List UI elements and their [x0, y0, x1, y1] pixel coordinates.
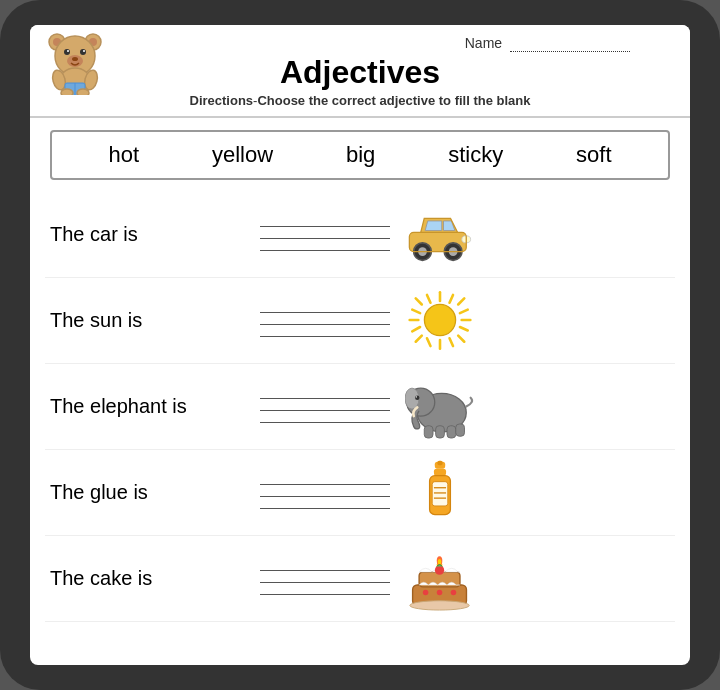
directions-text: Directions-Choose the correct adjective …: [50, 93, 670, 108]
svg-point-7: [67, 50, 69, 52]
elephant-icon: [400, 374, 480, 439]
svg-rect-51: [456, 424, 465, 436]
answer-line: [260, 231, 390, 239]
worksheet-container: Name Adjectives Directions-Choose the co…: [30, 25, 690, 665]
answer-line: [260, 391, 390, 399]
exercise-text-glue: The glue is: [50, 481, 250, 504]
svg-line-39: [450, 295, 453, 303]
svg-point-68: [451, 590, 457, 596]
answer-lines-sun[interactable]: [260, 305, 390, 337]
worksheet-header: Name Adjectives Directions-Choose the co…: [30, 25, 690, 118]
exercise-row-glue: The glue is: [45, 450, 675, 536]
svg-rect-54: [434, 469, 446, 476]
exercise-row-car: The car is: [45, 192, 675, 278]
word-soft: soft: [576, 142, 611, 168]
name-label: Name: [465, 35, 502, 51]
svg-point-16: [61, 89, 73, 95]
svg-point-67: [437, 590, 443, 596]
word-hot: hot: [108, 142, 139, 168]
car-icon: [400, 202, 480, 267]
svg-rect-56: [432, 482, 448, 506]
name-line: Name: [50, 35, 670, 52]
exercises-section: The car is: [30, 192, 690, 622]
answer-line: [260, 477, 390, 485]
answer-lines-cake[interactable]: [260, 563, 390, 595]
answer-line: [260, 305, 390, 313]
svg-point-10: [72, 57, 78, 61]
answer-line: [260, 403, 390, 411]
svg-point-47: [416, 396, 417, 397]
directions-detail: Choose the correct adjective to fill the…: [257, 93, 530, 108]
exercise-text-elephant: The elephant is: [50, 395, 250, 418]
glue-icon: [400, 460, 480, 525]
svg-line-33: [412, 310, 420, 313]
svg-point-69: [410, 601, 469, 610]
exercise-row-cake: The cake is: [45, 536, 675, 622]
svg-point-8: [83, 50, 85, 52]
answer-line: [260, 489, 390, 497]
svg-line-38: [450, 338, 453, 346]
svg-rect-48: [424, 426, 433, 438]
worksheet-title: Adjectives: [50, 54, 670, 91]
svg-line-35: [412, 327, 420, 331]
answer-line: [260, 501, 390, 509]
answer-lines-glue[interactable]: [260, 477, 390, 509]
svg-point-17: [77, 89, 89, 95]
word-yellow: yellow: [212, 142, 273, 168]
word-bank: hot yellow big sticky soft: [50, 130, 670, 180]
cake-icon: [400, 546, 480, 611]
svg-line-37: [427, 295, 430, 303]
exercise-text-cake: The cake is: [50, 567, 250, 590]
svg-line-29: [416, 298, 422, 304]
svg-point-6: [80, 49, 86, 55]
answer-lines-car[interactable]: [260, 219, 390, 251]
answer-line: [260, 219, 390, 227]
svg-rect-50: [447, 426, 456, 438]
svg-rect-53: [437, 461, 442, 465]
word-big: big: [346, 142, 375, 168]
svg-line-36: [460, 310, 468, 313]
phone-frame: Name Adjectives Directions-Choose the co…: [0, 0, 720, 690]
exercise-row-elephant: The elephant is: [45, 364, 675, 450]
svg-line-30: [458, 336, 464, 342]
answer-line: [260, 575, 390, 583]
svg-point-46: [415, 396, 419, 400]
svg-line-40: [427, 338, 430, 346]
bear-icon: [45, 30, 105, 103]
svg-line-32: [416, 336, 422, 342]
svg-point-5: [64, 49, 70, 55]
svg-rect-49: [436, 426, 445, 438]
svg-line-31: [458, 298, 464, 304]
exercise-text-sun: The sun is: [50, 309, 250, 332]
svg-point-64: [438, 559, 442, 565]
name-dots: [510, 35, 630, 52]
exercise-text-car: The car is: [50, 223, 250, 246]
word-sticky: sticky: [448, 142, 503, 168]
sun-icon: [400, 288, 480, 353]
answer-line: [260, 563, 390, 571]
answer-line: [260, 243, 390, 251]
svg-line-34: [460, 327, 468, 330]
answer-line: [260, 329, 390, 337]
svg-point-66: [423, 590, 429, 596]
exercise-row-sun: The sun is: [45, 278, 675, 364]
answer-line: [260, 415, 390, 423]
answer-line: [260, 587, 390, 595]
directions-bold: Directions: [190, 93, 254, 108]
answer-lines-elephant[interactable]: [260, 391, 390, 423]
svg-point-65: [435, 566, 444, 575]
answer-line: [260, 317, 390, 325]
